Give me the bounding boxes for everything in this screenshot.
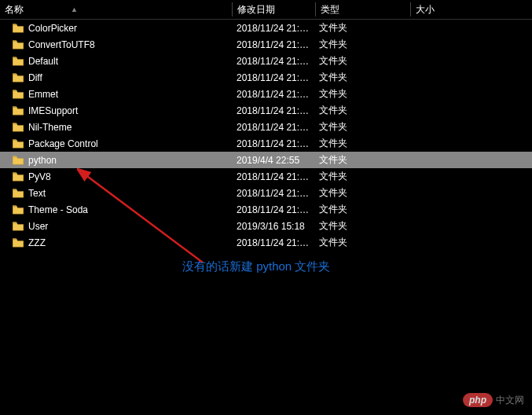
table-row[interactable]: IMESupport2018/11/24 21:41文件夹 [0,102,532,119]
file-date: 2018/11/24 21:41 [232,72,314,83]
file-name: User [28,221,48,232]
file-date: 2018/11/24 21:41 [232,56,314,67]
file-name: ColorPicker [28,23,77,34]
file-type: 文件夹 [314,137,409,150]
watermark-badge: php [463,393,493,407]
file-list: ColorPicker2018/11/24 21:41文件夹ConvertToU… [0,20,532,251]
folder-icon [13,73,24,83]
annotation-text: 没有的话新建 python 文件夹 [182,259,330,274]
folder-icon [13,57,24,66]
folder-icon [13,24,24,33]
folder-icon [13,172,24,182]
file-name: Nil-Theme [28,122,72,133]
table-row[interactable]: Diff2018/11/24 21:41文件夹 [0,69,532,86]
folder-icon [13,106,24,116]
file-type: 文件夹 [314,87,409,101]
table-row[interactable]: python2019/4/4 22:55文件夹 [0,152,532,168]
column-header-size-label: 大小 [416,3,435,17]
file-date: 2018/11/24 21:41 [232,237,314,248]
folder-icon [13,40,24,50]
column-header-size[interactable]: 大小 [411,0,474,19]
file-type: 文件夹 [314,219,409,233]
folder-icon [13,156,24,165]
folder-icon [13,123,24,132]
file-date: 2018/11/24 21:41 [232,171,314,182]
file-date: 2019/4/4 22:55 [232,155,314,166]
file-name: Emmet [28,89,58,100]
file-date: 2018/11/24 21:41 [232,204,314,215]
column-header-type[interactable]: 类型 [316,0,410,19]
table-row[interactable]: User2019/3/16 15:18文件夹 [0,218,532,234]
file-name: ConvertToUTF8 [28,39,95,50]
column-header-row: 名称 ▲ 修改日期 类型 大小 [0,0,532,20]
file-date: 2018/11/24 21:41 [232,105,314,116]
folder-icon [13,139,24,149]
table-row[interactable]: ZZZ2018/11/24 21:41文件夹 [0,234,532,251]
file-type: 文件夹 [314,186,409,200]
file-date: 2018/11/24 21:41 [232,23,314,34]
folder-icon [13,205,24,215]
file-name: Diff [28,72,42,83]
file-type: 文件夹 [314,38,409,51]
file-name: ZZZ [28,237,46,248]
file-name: python [28,155,57,166]
column-header-name-label: 名称 [5,3,24,17]
folder-icon [13,222,24,231]
file-date: 2018/11/24 21:41 [232,89,314,100]
table-row[interactable]: Theme - Soda2018/11/24 21:41文件夹 [0,201,532,218]
column-header-type-label: 类型 [321,3,339,17]
watermark-text: 中文网 [496,394,524,407]
table-row[interactable]: ConvertToUTF82018/11/24 21:41文件夹 [0,36,532,53]
table-row[interactable]: Emmet2018/11/24 21:41文件夹 [0,86,532,102]
file-name: IMESupport [28,105,78,116]
folder-icon [13,189,24,198]
table-row[interactable]: ColorPicker2018/11/24 21:41文件夹 [0,20,532,36]
file-date: 2018/11/24 21:41 [232,122,314,133]
table-row[interactable]: PyV82018/11/24 21:41文件夹 [0,168,532,185]
watermark: php 中文网 [463,393,524,407]
file-date: 2018/11/24 21:41 [232,39,314,50]
table-row[interactable]: Nil-Theme2018/11/24 21:41文件夹 [0,119,532,135]
file-name: Text [28,188,46,199]
file-name: Theme - Soda [28,204,88,215]
table-row[interactable]: Text2018/11/24 21:41文件夹 [0,185,532,201]
file-type: 文件夹 [314,153,409,167]
file-type: 文件夹 [314,71,409,84]
column-header-date-label: 修改日期 [237,3,275,17]
file-type: 文件夹 [314,236,409,249]
file-date: 2019/3/16 15:18 [232,221,314,232]
file-type: 文件夹 [314,104,409,117]
file-type: 文件夹 [314,54,409,68]
folder-icon [13,90,24,99]
file-name: PyV8 [28,171,51,182]
file-type: 文件夹 [314,170,409,183]
table-row[interactable]: Default2018/11/24 21:41文件夹 [0,53,532,69]
file-name: Default [28,56,58,67]
file-type: 文件夹 [314,120,409,134]
table-row[interactable]: Package Control2018/11/24 21:41文件夹 [0,135,532,152]
file-name: Package Control [28,138,98,149]
file-date: 2018/11/24 21:41 [232,138,314,149]
file-type: 文件夹 [314,21,409,35]
sort-ascending-icon: ▲ [71,6,78,13]
column-header-date[interactable]: 修改日期 [233,0,315,19]
file-date: 2018/11/24 21:41 [232,188,314,199]
folder-icon [13,238,24,248]
column-header-name[interactable]: 名称 ▲ [0,0,232,19]
file-type: 文件夹 [314,203,409,216]
